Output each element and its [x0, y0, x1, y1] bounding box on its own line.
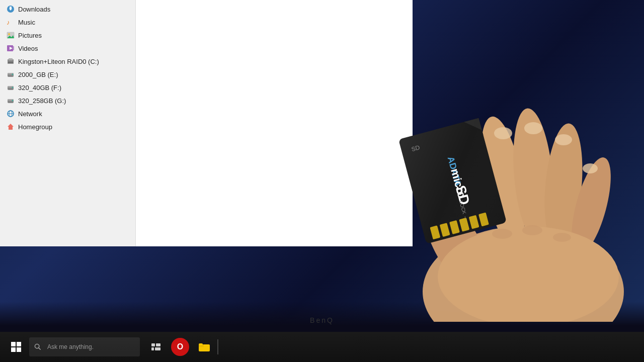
svg-rect-56 — [17, 342, 21, 346]
sidebar-item-label-pictures: Pictures — [18, 32, 42, 39]
svg-point-35 — [553, 233, 571, 242]
sidebar-item-label-homegroup: Homegroup — [18, 123, 52, 131]
sidebar-item-320_258gb[interactable]: 320_258GB (G:) — [0, 94, 135, 107]
svg-point-36 — [494, 127, 512, 139]
sidebar-item-kingston[interactable]: Kingston+Liteon RAID0 (C:) — [0, 55, 135, 68]
sidebar-item-network[interactable]: Network — [0, 107, 135, 120]
sidebar-item-label-320_40gb: 320_40GB (F:) — [18, 84, 61, 92]
opera-button[interactable]: O — [169, 336, 191, 358]
svg-rect-9 — [13, 46, 14, 50]
taskbar: Ask me anything. O — [0, 332, 644, 362]
sidebar-item-videos[interactable]: Videos — [0, 42, 135, 55]
pictures-icon — [6, 31, 15, 40]
cortana-placeholder: Ask me anything. — [47, 343, 94, 350]
svg-rect-69 — [199, 348, 209, 349]
svg-rect-12 — [8, 62, 13, 63]
svg-rect-57 — [11, 347, 16, 352]
sidebar-item-label-2000gb: 2000_GB (E:) — [18, 71, 58, 78]
svg-rect-62 — [156, 343, 160, 346]
windows-icon — [11, 342, 21, 352]
kingston-icon — [6, 57, 15, 66]
task-view-button[interactable] — [145, 336, 167, 358]
svg-text:♪: ♪ — [7, 19, 10, 26]
svg-rect-67 — [199, 343, 203, 345]
svg-point-39 — [583, 163, 598, 173]
sidebar-item-label-music: Music — [18, 19, 35, 26]
homegroup-icon — [6, 122, 15, 131]
explorer-sidebar: Downloads♪MusicPicturesVideosKingston+Li… — [0, 0, 136, 246]
svg-line-60 — [38, 347, 40, 349]
svg-point-34 — [522, 225, 542, 235]
taskbar-separator — [217, 339, 218, 354]
svg-rect-64 — [155, 347, 160, 350]
svg-rect-61 — [151, 343, 155, 346]
svg-point-18 — [12, 87, 14, 88]
svg-point-38 — [555, 134, 572, 145]
svg-rect-2 — [10, 7, 12, 9]
sidebar-item-label-kingston: Kingston+Liteon RAID0 (C:) — [18, 58, 99, 65]
music-icon: ♪ — [6, 18, 15, 27]
cortana-search-bar[interactable]: Ask me anything. — [29, 337, 140, 356]
svg-rect-63 — [151, 347, 154, 350]
svg-point-21 — [12, 100, 14, 102]
sidebar-item-label-videos: Videos — [18, 45, 38, 52]
svg-point-5 — [8, 33, 10, 35]
2000gb-icon — [6, 70, 15, 79]
svg-point-15 — [12, 74, 14, 75]
sidebar-item-label-network: Network — [18, 110, 42, 118]
downloads-icon — [6, 5, 15, 14]
svg-rect-68 — [199, 346, 209, 347]
svg-rect-11 — [9, 58, 13, 60]
sidebar-item-320_40gb[interactable]: 320_40GB (F:) — [0, 81, 135, 94]
sidebar-item-music[interactable]: ♪Music — [0, 16, 135, 29]
sidebar-item-label-downloads: Downloads — [18, 6, 50, 13]
file-explorer-icon — [199, 342, 210, 351]
svg-rect-58 — [17, 347, 21, 352]
320_258gb-icon — [6, 96, 15, 105]
sidebar-item-homegroup[interactable]: Homegroup — [0, 120, 135, 133]
sidebar-item-pictures[interactable]: Pictures — [0, 29, 135, 42]
svg-rect-55 — [11, 342, 16, 346]
320_40gb-icon — [6, 83, 15, 92]
sidebar-item-2000gb[interactable]: 2000_GB (E:) — [0, 68, 135, 81]
svg-point-37 — [524, 122, 542, 134]
start-button[interactable] — [5, 336, 27, 358]
sidebar-item-downloads[interactable]: Downloads — [0, 3, 135, 16]
opera-icon: O — [171, 338, 189, 356]
hand-sdcard-illustration: ADATA micro SD LOCK ← SD — [312, 80, 639, 322]
task-view-icon — [151, 343, 160, 350]
file-explorer-taskbar-button[interactable] — [193, 336, 215, 358]
svg-point-33 — [492, 229, 512, 239]
svg-marker-25 — [8, 124, 14, 130]
network-icon — [6, 109, 15, 118]
search-icon — [34, 343, 41, 350]
sidebar-item-label-320_258gb: 320_258GB (G:) — [18, 97, 66, 105]
videos-icon — [6, 44, 15, 53]
